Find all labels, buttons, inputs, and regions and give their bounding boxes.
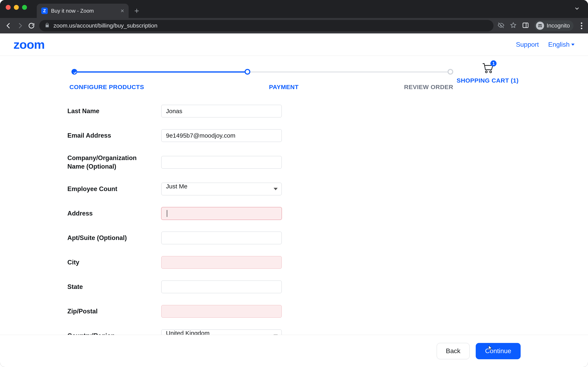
tab-overflow-icon[interactable]: [574, 6, 580, 12]
star-icon[interactable]: [510, 22, 517, 30]
eye-off-icon[interactable]: [498, 22, 504, 30]
employee-count-label: Employee Count: [67, 185, 161, 193]
state-field[interactable]: [161, 281, 282, 293]
kebab-menu-icon[interactable]: [581, 22, 582, 29]
address-label: Address: [67, 209, 161, 218]
lock-icon: [44, 22, 50, 29]
last-name-label: Last Name: [67, 107, 161, 115]
company-field[interactable]: [161, 156, 282, 169]
svg-point-1: [485, 71, 487, 73]
apt-label: Apt/Suite (Optional): [67, 234, 161, 242]
nav-back-button[interactable]: [5, 22, 12, 29]
window-minimize-button[interactable]: [14, 5, 19, 10]
apt-field[interactable]: [161, 232, 282, 244]
billing-form: Last Name Email Address Company/Organiza…: [67, 105, 292, 342]
step-label-review: REVIEW ORDER: [367, 83, 453, 91]
employee-count-select[interactable]: Just Me: [161, 183, 282, 195]
language-selector[interactable]: English: [548, 41, 575, 48]
window-controls: [6, 5, 27, 10]
company-label: Company/Organization Name (Optional): [67, 154, 161, 171]
email-label: Email Address: [67, 131, 161, 140]
city-label: City: [67, 258, 161, 267]
new-tab-button[interactable]: +: [134, 6, 139, 16]
step-node-configure[interactable]: [71, 69, 77, 75]
step-node-payment[interactable]: [245, 69, 250, 75]
site-header: zoom Support English: [0, 33, 588, 56]
checkout-progress: 1 SHOPPING CART (1) CONFIGURE PRODUCTS P…: [69, 68, 519, 91]
tab-title: Buy it now - Zoom: [51, 8, 117, 14]
shopping-cart-summary[interactable]: 1 SHOPPING CART (1): [457, 62, 519, 84]
url-text: zoom.us/account/billing/buy_subscription: [53, 22, 157, 29]
browser-toolbar: zoom.us/account/billing/buy_subscription…: [0, 18, 588, 33]
email-field[interactable]: [161, 129, 282, 142]
window-close-button[interactable]: [6, 5, 11, 10]
step-label-payment[interactable]: PAYMENT: [200, 83, 367, 91]
address-field[interactable]: [161, 207, 282, 220]
address-bar[interactable]: zoom.us/account/billing/buy_subscription: [39, 20, 493, 31]
tab-close-icon[interactable]: ×: [121, 8, 124, 14]
back-button[interactable]: Back: [437, 343, 470, 359]
zip-field[interactable]: [161, 305, 282, 318]
incognito-label: Incognito: [546, 22, 570, 29]
form-footer: Back Continue: [0, 335, 588, 367]
window-fullscreen-button[interactable]: [22, 5, 27, 10]
cart-badge: 1: [490, 60, 497, 67]
city-field[interactable]: [161, 256, 282, 269]
browser-tab[interactable]: Z Buy it now - Zoom ×: [37, 4, 129, 18]
cart-icon: 1: [481, 62, 494, 74]
panel-icon[interactable]: [522, 22, 529, 30]
step-node-review: [448, 69, 453, 75]
svg-rect-0: [523, 23, 528, 28]
browser-tab-strip: Z Buy it now - Zoom × +: [0, 0, 588, 18]
step-label-configure[interactable]: CONFIGURE PRODUCTS: [69, 83, 200, 91]
last-name-field[interactable]: [161, 105, 282, 117]
zip-label: Zip/Postal: [67, 307, 161, 316]
page-viewport: zoom Support English: [0, 33, 588, 367]
continue-button[interactable]: Continue: [476, 343, 521, 359]
svg-point-2: [490, 71, 492, 73]
language-label: English: [548, 41, 570, 48]
cart-label: SHOPPING CART (1): [457, 77, 519, 84]
state-label: State: [67, 283, 161, 291]
zoom-favicon: Z: [41, 8, 48, 14]
caret-down-icon: [571, 44, 575, 46]
nav-forward-button[interactable]: [16, 22, 24, 29]
incognito-icon: [536, 22, 544, 30]
zoom-logo[interactable]: zoom: [13, 38, 45, 52]
support-link[interactable]: Support: [516, 41, 539, 48]
nav-reload-button[interactable]: [28, 22, 35, 29]
incognito-indicator[interactable]: Incognito: [534, 20, 573, 31]
